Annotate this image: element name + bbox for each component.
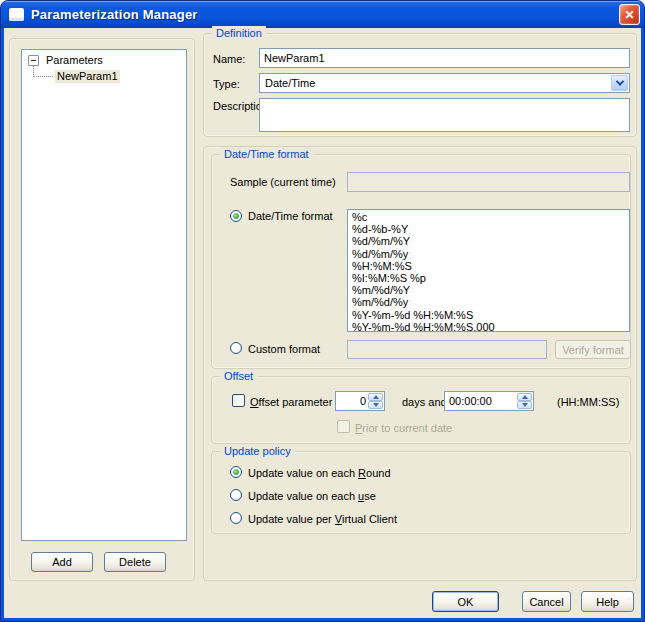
offset-group-title: Offset [220, 369, 257, 383]
custom-format-input [347, 340, 547, 359]
update-policy-group: Update policy Update value on each Round… [211, 451, 631, 534]
chevron-down-icon[interactable] [611, 75, 628, 91]
datetime-format-group: Date/Time format Sample (current time) D… [211, 154, 631, 369]
offset-checkbox-label[interactable]: Offset parameter by [250, 396, 347, 409]
custom-format-radio-label[interactable]: Custom format [248, 343, 320, 356]
ok-button[interactable]: OK [432, 591, 499, 612]
chevron-glyph [615, 77, 623, 85]
arrow-down-icon [522, 403, 528, 407]
format-list-item[interactable]: %m/%d/%y [348, 296, 629, 308]
tree-connector-line [33, 65, 53, 77]
update-each-use-radio[interactable] [230, 489, 242, 501]
parameter-tree[interactable]: Parameters NewParam1 [21, 49, 187, 541]
radio-dot [233, 469, 239, 475]
type-dropdown[interactable]: Date/Time [259, 73, 630, 93]
close-button[interactable]: ✕ [619, 4, 640, 25]
help-button[interactable]: Help [581, 591, 634, 612]
datetime-format-radio-label[interactable]: Date/Time format [248, 210, 333, 223]
type-label: Type: [213, 78, 240, 91]
description-input[interactable] [259, 98, 630, 132]
datetime-format-radio[interactable] [230, 210, 242, 222]
update-each-round-radio[interactable] [230, 466, 242, 478]
days-spin-buttons [368, 393, 383, 409]
spin-down-button[interactable] [368, 401, 383, 409]
datetime-format-group-title: Date/Time format [220, 147, 313, 161]
format-list-item[interactable]: %Y-%m-%d %H:%M:%S [348, 309, 629, 321]
format-list[interactable]: %c%d-%b-%Y%d/%m/%Y%d/%m/%y%H:%M:%S%I:%M:… [347, 209, 630, 332]
time-spin-buttons [517, 393, 532, 409]
update-per-virtual-client-label[interactable]: Update value per Virtual Client [248, 513, 397, 526]
update-per-virtual-client-radio[interactable] [230, 512, 242, 524]
close-icon: ✕ [624, 8, 634, 22]
days-spinner[interactable]: 0 [335, 391, 385, 411]
format-list-item[interactable]: %d/%m/%Y [348, 235, 629, 247]
update-each-round-label[interactable]: Update value on each Round [248, 467, 391, 480]
format-list-item[interactable]: %m/%d/%Y [348, 284, 629, 296]
spin-up-button[interactable] [368, 393, 383, 401]
sample-label: Sample (current time) [230, 176, 336, 189]
add-button[interactable]: Add [31, 552, 93, 572]
window-title: Parameterization Manager [31, 7, 198, 22]
days-value[interactable]: 0 [340, 395, 366, 407]
tree-row-newparam1: NewParam1 [22, 69, 186, 85]
arrow-up-icon [522, 395, 528, 399]
delete-button[interactable]: Delete [104, 552, 166, 572]
offset-group: Offset Offset parameter by 0 days and 00… [211, 376, 631, 444]
time-spinner[interactable]: 00:00:00 [444, 391, 534, 411]
sample-input [347, 172, 630, 192]
arrow-down-icon [373, 403, 379, 407]
name-label: Name: [213, 53, 245, 66]
minus-glyph [31, 60, 36, 61]
format-list-item[interactable]: %d-%b-%Y [348, 223, 629, 235]
verify-format-button: Verify format [555, 340, 631, 359]
type-dropdown-value: Date/Time [265, 77, 315, 89]
spin-down-button[interactable] [517, 401, 532, 409]
cancel-button[interactable]: Cancel [522, 591, 571, 612]
time-value[interactable]: 00:00:00 [449, 395, 515, 407]
offset-checkbox[interactable] [232, 394, 245, 407]
custom-format-radio[interactable] [230, 342, 242, 354]
prior-to-current-date-checkbox [337, 420, 350, 433]
definition-group: Definition Name: Type: Date/Time Descrip… [203, 33, 637, 137]
parameters-panel: Parameters NewParam1 Add Delete [9, 38, 195, 581]
format-list-item[interactable]: %c [348, 211, 629, 223]
spin-up-button[interactable] [517, 393, 532, 401]
radio-dot [233, 213, 239, 219]
window-icon [9, 8, 24, 21]
parameterization-manager-dialog: Parameterization Manager ✕ Parameters Ne… [0, 0, 645, 622]
tree-item-newparam1[interactable]: NewParam1 [55, 70, 120, 83]
format-list-item[interactable]: %H:%M:%S [348, 260, 629, 272]
time-format-hint: (HH:MM:SS) [557, 396, 619, 409]
prior-to-current-date-label: Prior to current date [355, 422, 452, 435]
format-list-item[interactable]: %d/%m/%y [348, 248, 629, 260]
dialog-body: Parameters NewParam1 Add Delete Definiti… [4, 28, 641, 618]
arrow-up-icon [373, 395, 379, 399]
update-policy-group-title: Update policy [220, 444, 295, 458]
tree-root-label[interactable]: Parameters [44, 54, 105, 67]
format-list-item[interactable]: %Y-%m-%d %H:%M:%S.000 [348, 321, 629, 332]
datetime-settings-panel: Date/Time format Sample (current time) D… [203, 146, 637, 581]
titlebar[interactable]: Parameterization Manager ✕ [1, 1, 644, 28]
format-list-item[interactable]: %I:%M:%S %p [348, 272, 629, 284]
definition-group-title: Definition [212, 26, 266, 40]
name-input[interactable] [259, 48, 630, 68]
days-and-label: days and [402, 396, 447, 409]
update-each-use-label[interactable]: Update value on each use [248, 490, 376, 503]
